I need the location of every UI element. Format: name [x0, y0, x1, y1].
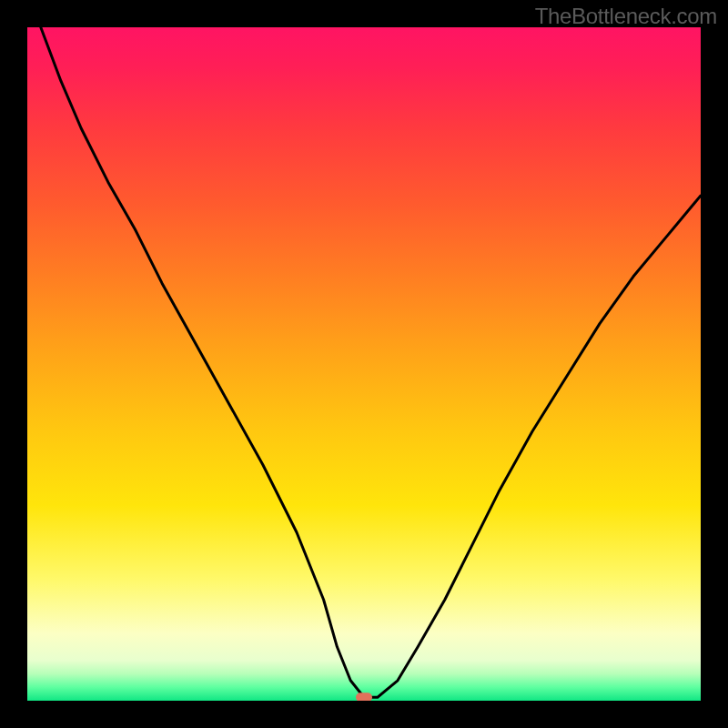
notch-marker — [356, 693, 372, 701]
chart-frame: TheBottleneck.com — [0, 0, 728, 728]
curve-layer — [27, 27, 701, 701]
watermark-text: TheBottleneck.com — [535, 4, 717, 29]
bottleneck-curve — [41, 27, 701, 697]
plot-area — [27, 27, 701, 701]
